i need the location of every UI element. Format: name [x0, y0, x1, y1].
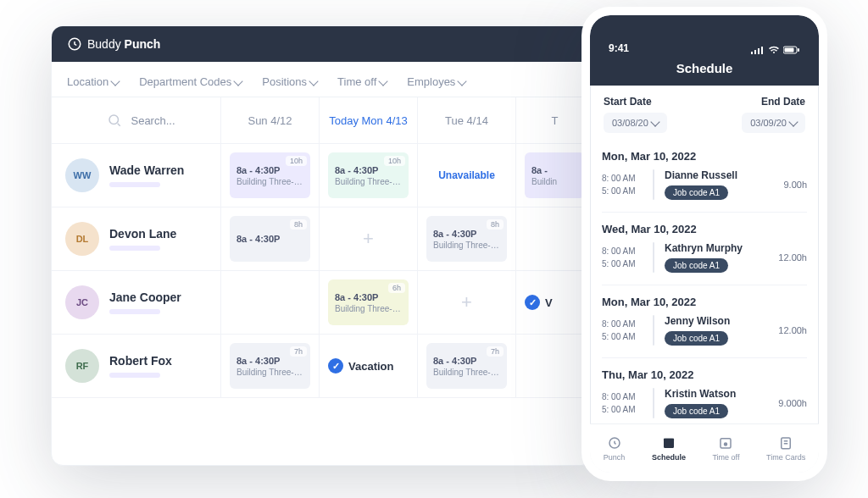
item-times: 8: 00 AM5: 00 AM	[602, 172, 644, 197]
day-cell[interactable]: +	[418, 271, 516, 334]
day-cell[interactable]: 8a - 4:30PBuilding Three- Day10h	[320, 144, 418, 207]
start-date-label: Start Date	[604, 96, 667, 108]
header-row: Search... Sun 4/12 Today Mon 4/13 Tue 4/…	[52, 97, 593, 144]
shift-card[interactable]: 8a - 4:30PBuilding Three- Day8h	[426, 216, 507, 262]
chevron-down-icon	[234, 76, 243, 86]
shift-time: 8a - 4:30P	[335, 292, 402, 302]
employee-cell[interactable]: WWWade Warren	[52, 144, 221, 207]
add-shift-button[interactable]: +	[426, 279, 507, 325]
shift-card[interactable]: 8a - 4:30PBuilding Three- Day10h	[328, 152, 409, 198]
schedule-row: DLDevon Lane8a - 4:30P8h+8a - 4:30PBuild…	[52, 208, 593, 271]
job-code-pill: Job code A1	[665, 258, 728, 273]
employee-cell[interactable]: DLDevon Lane	[52, 208, 221, 270]
item-hours: 12.00h	[768, 252, 807, 263]
employee-cell[interactable]: RFRobert Fox	[52, 335, 221, 397]
day-cell[interactable]: 8a - 4:30P8h	[221, 208, 320, 270]
schedule-item[interactable]: 8: 00 AM5: 00 AMJenny WilsonJob code A11…	[602, 315, 807, 358]
brand-logo: Buddy Punch	[67, 36, 160, 52]
shift-location: Building Three- Day	[335, 304, 402, 313]
filter-employes[interactable]: Employes	[407, 75, 465, 88]
hours-bar	[109, 373, 160, 378]
end-date-col: End Date 03/09/20	[742, 96, 805, 133]
day-cell[interactable]: 8a - 4:30PBuilding Three- Day10h	[221, 144, 320, 207]
signal-icon	[751, 46, 765, 54]
vacation-pill[interactable]: ✓Vacation	[328, 343, 393, 389]
shift-card[interactable]: 8a -Buildin	[525, 152, 585, 198]
shift-card[interactable]: 8a - 4:30PBuilding Three- Day6h	[328, 279, 409, 325]
hours-bar	[109, 309, 160, 314]
day-cell[interactable]: 8a - 4:30PBuilding Three- Day7h	[221, 335, 320, 397]
day-cell[interactable]: +	[320, 208, 418, 270]
shift-location: Building Three- Day	[433, 368, 500, 377]
schedule-item[interactable]: 8: 00 AM5: 00 AMKathryn MurphyJob code A…	[602, 242, 807, 285]
nav-timeoff[interactable]: Time off	[712, 435, 739, 462]
check-icon: ✓	[328, 358, 343, 374]
avatar: JC	[65, 285, 99, 319]
phone-schedule-list[interactable]: Mon, Mar 10, 20228: 00 AM5: 00 AMDianne …	[590, 140, 819, 430]
filter-time-off[interactable]: Time off	[337, 75, 387, 88]
schedule-item[interactable]: 8: 00 AM5: 00 AMDianne RussellJob code A…	[602, 169, 807, 213]
day-cell[interactable]	[221, 271, 320, 334]
item-name: Dianne Russell	[665, 169, 760, 181]
avatar: WW	[65, 158, 99, 192]
filter-positions[interactable]: Positions	[262, 75, 317, 88]
avatar: RF	[65, 349, 99, 383]
day-cell[interactable]: 8a - 4:30PBuilding Three- Day8h	[418, 208, 516, 270]
employee-cell[interactable]: JCJane Cooper	[52, 271, 221, 334]
day-cell[interactable]: 8a - 4:30PBuilding Three- Day7h	[418, 335, 516, 397]
day-header: Mon, Mar 10, 2022	[602, 140, 807, 169]
employee-name: Robert Fox	[109, 354, 172, 368]
end-date-picker[interactable]: 03/09/20	[742, 113, 805, 133]
chevron-down-icon	[309, 76, 318, 86]
chevron-down-icon	[110, 76, 120, 86]
vacation-pill[interactable]: ✓V	[525, 279, 553, 325]
date-range-row: Start Date 03/08/20 End Date 03/09/20	[590, 86, 819, 140]
employee-name: Devon Lane	[109, 227, 176, 241]
day-header: Wed, Mar 10, 2022	[602, 213, 807, 242]
add-shift-button[interactable]: +	[328, 216, 409, 262]
start-date-picker[interactable]: 03/08/20	[604, 113, 667, 133]
shift-card[interactable]: 8a - 4:30P8h	[230, 216, 310, 262]
svg-point-1	[109, 115, 119, 125]
shift-hours-badge: 10h	[384, 156, 405, 166]
shift-hours-badge: 8h	[290, 219, 307, 230]
brand-name: Buddy Punch	[87, 37, 160, 51]
end-date-label: End Date	[761, 96, 805, 108]
day-cell[interactable]: Unavailable	[418, 144, 516, 207]
nav-timecards[interactable]: Time Cards	[766, 435, 805, 462]
nav-punch[interactable]: Punch	[604, 435, 626, 462]
shift-card[interactable]: 8a - 4:30PBuilding Three- Day7h	[426, 343, 507, 389]
filter-department-codes[interactable]: Department Codes	[139, 75, 242, 88]
nav-schedule[interactable]: Schedule	[652, 435, 686, 462]
day-header: Mon, Mar 10, 2022	[602, 285, 807, 315]
chevron-down-icon	[788, 117, 798, 126]
hours-bar	[109, 182, 160, 187]
schedule-row: RFRobert Fox8a - 4:30PBuilding Three- Da…	[52, 335, 593, 398]
chevron-down-icon	[379, 76, 388, 86]
shift-card[interactable]: 8a - 4:30PBuilding Three- Day7h	[230, 343, 310, 389]
employee-name: Wade Warren	[109, 163, 184, 177]
shift-time: 8a - 4:30P	[236, 234, 303, 244]
svg-rect-11	[664, 439, 674, 441]
item-name: Jenny Wilson	[665, 315, 760, 327]
shift-time: 8a - 4:30P	[236, 165, 303, 175]
filter-bar: LocationDepartment CodesPositionsTime of…	[52, 62, 593, 97]
search-icon	[107, 113, 122, 128]
shift-location: Building Three- Day	[236, 177, 303, 186]
svg-rect-2	[751, 52, 753, 54]
item-hours: 9.00h	[768, 180, 807, 190]
search-cell[interactable]: Search...	[52, 97, 221, 143]
shift-time: 8a -	[531, 165, 578, 175]
item-hours: 12.00h	[768, 325, 807, 335]
shift-card[interactable]: 8a - 4:30PBuilding Three- Day10h	[230, 152, 310, 198]
day-cell[interactable]: ✓Vacation	[320, 335, 418, 397]
day-cell[interactable]: 8a - 4:30PBuilding Three- Day6h	[320, 271, 418, 334]
filter-location[interactable]: Location	[67, 75, 119, 88]
schedule-row: JCJane Cooper8a - 4:30PBuilding Three- D…	[52, 271, 593, 335]
divider	[653, 388, 654, 418]
col-header-2: Tue 4/14	[418, 97, 516, 143]
svg-rect-8	[798, 48, 799, 52]
shift-time: 8a - 4:30P	[236, 356, 303, 366]
search-placeholder: Search...	[131, 114, 175, 127]
start-date-col: Start Date 03/08/20	[604, 96, 667, 133]
